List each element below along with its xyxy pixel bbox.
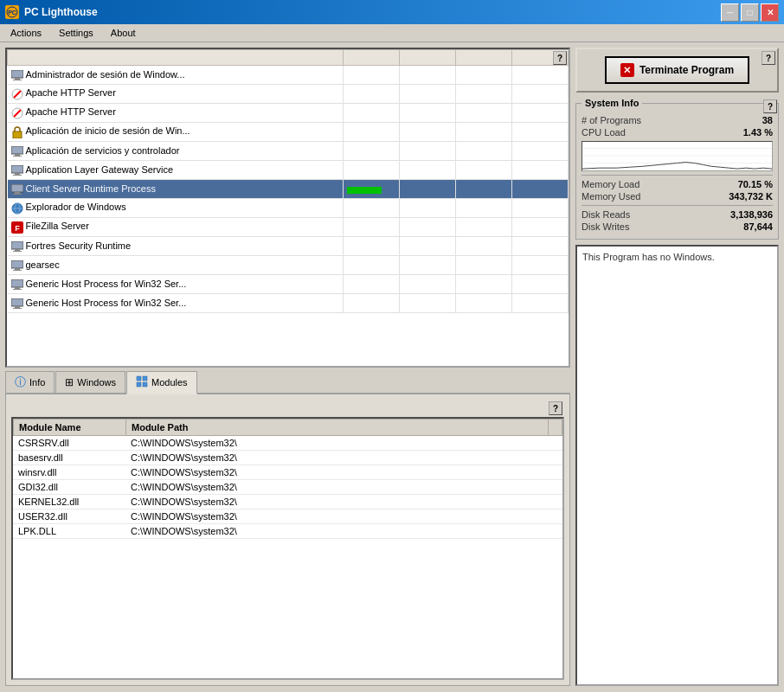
process-row[interactable]: Apache HTTP Server — [8, 104, 569, 123]
title-bar: PC PC Lighthouse ─ □ ✕ — [0, 0, 784, 24]
process-row[interactable]: Apache HTTP Server — [8, 85, 569, 104]
process-row[interactable]: Generic Host Process for Win32 Ser... — [8, 294, 569, 313]
process-name-cell: gearsec — [8, 256, 344, 275]
process-list-scroll[interactable]: Administrador de sesión de Window...Apac… — [7, 49, 569, 313]
process-name-cell: FFileZilla Server — [8, 218, 344, 237]
tab-modules[interactable]: Modules — [126, 371, 197, 394]
process-row[interactable]: FFileZilla Server — [8, 218, 569, 237]
windows-panel: This Program has no Windows. — [575, 245, 779, 686]
cpu-label: CPU Load — [582, 127, 626, 138]
diskreads-label: Disk Reads — [582, 209, 630, 220]
svg-rect-4 — [13, 80, 22, 80]
process-name-cell: Apache HTTP Server — [8, 85, 344, 104]
app-icon: PC — [5, 5, 19, 19]
system-info-wrapper: System Info ? # of Programs 38 CPU Load … — [575, 98, 779, 240]
menu-settings[interactable]: Settings — [52, 26, 100, 40]
process-row[interactable]: Generic Host Process for Win32 Ser... — [8, 275, 569, 294]
process-name-cell: Aplicación de servicios y controlador — [8, 142, 344, 161]
process-row[interactable]: Application Layer Gateway Service — [8, 161, 569, 180]
process-row[interactable]: Aplicación de servicios y controlador — [8, 142, 569, 161]
menu-actions[interactable]: Actions — [3, 26, 48, 40]
svg-rect-29 — [13, 270, 22, 271]
svg-rect-36 — [137, 376, 141, 381]
title-bar-buttons: ─ □ ✕ — [721, 3, 779, 22]
module-scroll[interactable]: CSRSRV.dllC:\WINDOWS\system32\basesrv.dl… — [13, 436, 562, 539]
right-panel: ? ✕ Terminate Program System Info ? # of… — [575, 48, 779, 686]
process-name-cell: Generic Host Process for Win32 Ser... — [8, 275, 344, 294]
modules-help-button[interactable]: ? — [549, 401, 562, 415]
memused-value: 343,732 K — [729, 191, 773, 202]
module-row[interactable]: winsrv.dllC:\WINDOWS\system32\ — [13, 465, 562, 480]
module-row[interactable]: CSRSRV.dllC:\WINDOWS\system32\ — [13, 436, 562, 451]
menu-about[interactable]: About — [104, 26, 143, 40]
module-path-cell: C:\WINDOWS\system32\ — [125, 436, 562, 451]
process-row[interactable]: Aplicación de inicio de sesión de Win... — [8, 123, 569, 142]
info-row-cpu: CPU Load 1.43 % — [582, 127, 773, 138]
col-name-header — [8, 50, 344, 66]
module-name-cell: basesrv.dll — [13, 451, 125, 465]
terminate-icon: ✕ — [620, 63, 634, 77]
tab-windows-label: Windows — [77, 377, 116, 388]
module-name-cell: LPK.DLL — [13, 524, 125, 539]
process-name-cell: Aplicación de inicio de sesión de Win... — [8, 123, 344, 142]
process-row[interactable]: Explorador de Windows — [8, 199, 569, 218]
process-row[interactable]: Fortres Security Runtime — [8, 237, 569, 256]
tab-content: ? Module Name Module Path — [5, 394, 570, 686]
close-button[interactable]: ✕ — [761, 3, 779, 22]
process-row[interactable]: gearsec — [8, 256, 569, 275]
maximize-button[interactable]: □ — [741, 3, 759, 22]
module-row[interactable]: LPK.DLLC:\WINDOWS\system32\ — [13, 524, 562, 539]
info-row-memload: Memory Load 70.15 % — [582, 179, 773, 189]
process-name-cell: Application Layer Gateway Service — [8, 161, 344, 180]
info-divider-1 — [582, 175, 773, 176]
right-top-help-button[interactable]: ? — [762, 51, 775, 65]
memload-value: 70.15 % — [738, 179, 773, 189]
col-2-header — [400, 50, 456, 66]
process-name-cell: Explorador de Windows — [8, 199, 344, 218]
svg-rect-27 — [11, 260, 23, 268]
cpu-bar — [347, 187, 382, 194]
memload-label: Memory Load — [582, 179, 639, 189]
terminate-button[interactable]: ✕ Terminate Program — [605, 56, 749, 84]
module-name-cell: winsrv.dll — [13, 465, 125, 480]
diskreads-value: 3,138,936 — [730, 209, 773, 220]
process-row[interactable]: Client Server Runtime Process — [8, 180, 569, 199]
svg-rect-37 — [143, 376, 147, 381]
svg-rect-32 — [13, 289, 22, 290]
info-row-diskreads: Disk Reads 3,138,936 — [582, 209, 773, 220]
terminate-container: ? ✕ Terminate Program — [575, 48, 779, 93]
minimize-button[interactable]: ─ — [721, 3, 739, 22]
svg-rect-38 — [137, 382, 141, 387]
module-name-cell: CSRSRV.dll — [13, 436, 125, 451]
module-row[interactable]: USER32.dllC:\WINDOWS\system32\ — [13, 509, 562, 524]
process-row[interactable]: Administrador de sesión de Window... — [8, 66, 569, 85]
module-path-cell: C:\WINDOWS\system32\ — [125, 451, 562, 465]
modules-icon — [136, 375, 148, 390]
svg-rect-26 — [13, 251, 22, 252]
process-list-help-button[interactable]: ? — [553, 51, 567, 65]
programs-value: 38 — [762, 115, 773, 125]
svg-rect-10 — [11, 146, 23, 154]
diskwrites-label: Disk Writes — [582, 221, 629, 232]
cpu-value: 1.43 % — [743, 127, 773, 138]
svg-rect-14 — [15, 173, 20, 175]
svg-rect-25 — [15, 249, 20, 251]
module-row[interactable]: basesrv.dllC:\WINDOWS\system32\ — [13, 451, 562, 465]
tab-info[interactable]: ⓘ Info — [5, 371, 55, 393]
module-name-cell: GDI32.dll — [13, 480, 125, 495]
module-table: Module Name Module Path — [13, 419, 562, 436]
svg-rect-17 — [15, 192, 20, 194]
process-name-cell: Apache HTTP Server — [8, 104, 344, 123]
module-path-cell: C:\WINDOWS\system32\ — [125, 524, 562, 539]
tab-windows[interactable]: ⊞ Windows — [55, 371, 125, 393]
menu-bar: Actions Settings About — [0, 24, 784, 42]
left-panel: ? Administrador de sesión de Wind — [5, 48, 570, 686]
info-icon: ⓘ — [15, 375, 26, 390]
col-3-header — [456, 50, 512, 66]
system-info-legend: System Info — [582, 98, 642, 108]
module-row[interactable]: GDI32.dllC:\WINDOWS\system32\ — [13, 480, 562, 495]
system-info-help-button[interactable]: ? — [763, 99, 777, 113]
module-row[interactable]: KERNEL32.dllC:\WINDOWS\system32\ — [13, 495, 562, 509]
svg-rect-3 — [15, 78, 20, 80]
process-table: Administrador de sesión de Window...Apac… — [7, 49, 569, 313]
